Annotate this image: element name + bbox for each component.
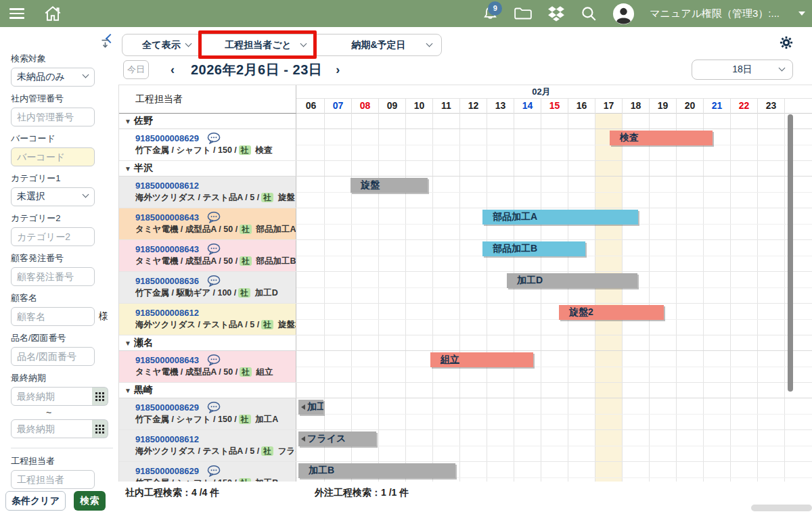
chevron-down-icon <box>83 191 89 198</box>
order-number-link[interactable]: 9185000008643 <box>135 212 199 223</box>
day-header: 12 <box>460 99 487 114</box>
search-icon[interactable] <box>580 5 597 22</box>
bar-label: 加工B <box>298 465 334 477</box>
folder-icon[interactable] <box>514 5 533 22</box>
final-due-date-from-input[interactable] <box>11 387 95 406</box>
schedule-row: 9185000008629竹下金属 / シャフト / 150 /社 加工A加工A <box>119 398 812 430</box>
search-button[interactable]: 検索 <box>74 491 106 511</box>
internal-badge: 社 <box>239 145 251 155</box>
comment-icon[interactable] <box>207 243 221 255</box>
gantt-bar[interactable]: 検査 <box>610 131 713 145</box>
order-number-link[interactable]: 9185000008636 <box>135 276 199 286</box>
process-name: 加工A <box>253 415 279 424</box>
process-name: 部品加工A <box>254 225 296 234</box>
gantt-bar[interactable]: 加工D <box>507 273 637 288</box>
process-owner-input[interactable] <box>11 470 95 489</box>
employee-group-cell[interactable]: ▼黒崎 <box>119 383 296 398</box>
horizontal-scrollbar[interactable] <box>751 505 812 511</box>
gantt-cell: 加工D <box>296 272 812 303</box>
menu-icon[interactable] <box>9 5 26 21</box>
gantt-bar[interactable]: 組立 <box>430 352 533 367</box>
customer-name-input[interactable] <box>11 307 95 326</box>
timescale-select[interactable]: 18日 <box>692 60 793 80</box>
order-number-link[interactable]: 9185000008612 <box>135 181 199 191</box>
calendar-icon[interactable] <box>92 387 108 406</box>
dropbox-icon[interactable] <box>547 5 565 22</box>
gantt-bar[interactable]: フライス <box>298 431 376 446</box>
vertical-scrollbar[interactable] <box>788 114 793 392</box>
order-detail: 竹下金属 / シャフト / 150 / <box>135 145 237 155</box>
item-drawing-number-input[interactable] <box>11 347 95 366</box>
day-header: 23 <box>758 99 785 114</box>
comment-icon[interactable] <box>207 275 221 287</box>
month-row: 02月 <box>296 85 812 99</box>
gantt-bar[interactable]: 加工B <box>298 463 455 478</box>
employee-group-row: ▼半沢 <box>119 161 812 177</box>
gantt-cell: 旋盤2 <box>296 304 812 335</box>
customer-order-number-input[interactable] <box>11 267 95 286</box>
order-row-line1: 9185000008612 <box>135 433 296 445</box>
today-button[interactable]: 今日 <box>123 60 149 79</box>
field-label: 顧客発注番号 <box>11 252 118 264</box>
order-number-link[interactable]: 9185000008629 <box>135 466 199 476</box>
gantt-bar[interactable]: 部品加工B <box>482 241 585 256</box>
gantt-bar[interactable]: 部品加工A <box>482 210 638 225</box>
comment-icon[interactable] <box>207 354 221 366</box>
home-icon[interactable] <box>43 5 62 22</box>
next-period-icon[interactable]: › <box>332 63 344 77</box>
search-target-select[interactable]: 未納品のみ <box>11 68 95 87</box>
order-number-link[interactable]: 9185000008643 <box>135 244 199 254</box>
barcode-input[interactable] <box>11 147 95 166</box>
gantt-bar[interactable]: 旋盤 <box>351 178 428 193</box>
chevron-down-icon <box>300 41 307 47</box>
prev-period-icon[interactable]: ‹ <box>166 63 179 77</box>
employee-group-cell[interactable]: ▼瀬名 <box>119 335 296 350</box>
category1-select[interactable]: 未選択 <box>11 187 95 206</box>
order-number-link[interactable]: 9185000008643 <box>135 355 199 365</box>
order-number-link[interactable]: 9185000008612 <box>135 434 199 444</box>
internal-badge: 社 <box>261 446 273 456</box>
internal-process-count: 社内工程検索：4 /4 件 <box>125 487 219 499</box>
download-icon[interactable] <box>100 39 110 51</box>
gantt-bar[interactable]: 旋盤2 <box>559 305 664 320</box>
clear-conditions-button[interactable]: 条件クリア <box>5 491 66 511</box>
comment-icon[interactable] <box>207 402 221 413</box>
caret-down-icon[interactable] <box>798 11 805 16</box>
notifications-bell-icon[interactable]: 9 <box>482 5 499 22</box>
user-role-label[interactable]: マニュアル権限（管理3）:... <box>650 7 780 20</box>
view-option-show-all[interactable]: 全て表示 <box>122 34 200 55</box>
process-name: 旋盤 <box>275 193 294 202</box>
collapse-triangle-icon: ▼ <box>125 340 131 347</box>
order-number-link[interactable]: 9185000008629 <box>135 402 199 413</box>
calendar-icon[interactable] <box>92 419 108 438</box>
gantt-cell <box>296 383 812 398</box>
day-header: 15 <box>541 99 568 114</box>
order-row-line2: 海外ツクリダス / テスト品A / 5 /社 フライス <box>135 446 296 457</box>
employee-group-cell[interactable]: ▼半沢 <box>119 161 296 176</box>
final-due-date-to-input[interactable] <box>11 419 95 438</box>
external-process-count: 外注工程検索：1 /1 件 <box>315 487 409 499</box>
gear-icon[interactable] <box>780 36 793 52</box>
gantt-cell: 加工A <box>296 398 812 429</box>
gantt-header: 工程担当者 02月 060708091011121314151617181920… <box>119 85 812 114</box>
field-label: カテゴリー2 <box>11 212 118 225</box>
employee-name: 黒崎 <box>134 384 153 396</box>
order-detail: タミヤ電機 / 成型品A / 50 / <box>135 256 238 266</box>
view-option-due-date[interactable]: 納期&予定日 <box>315 34 441 55</box>
avatar[interactable] <box>612 3 635 25</box>
order-number-link[interactable]: 9185000008612 <box>135 308 199 318</box>
internal-control-number-input[interactable] <box>11 108 95 126</box>
order-number-link[interactable]: 9185000008629 <box>135 133 199 143</box>
select-value: 未選択 <box>17 191 45 203</box>
category2-input[interactable] <box>11 227 95 246</box>
comment-icon[interactable] <box>207 465 221 477</box>
comment-icon[interactable] <box>207 133 221 144</box>
order-row-line1: 9185000008612 <box>135 179 296 191</box>
comment-icon[interactable] <box>207 212 221 223</box>
view-option-by-process-owner[interactable]: 工程担当者ごと <box>200 34 315 55</box>
day-header: 11 <box>433 99 460 114</box>
gantt-bar[interactable]: 加工A <box>298 400 323 415</box>
bar-label: 部品加工A <box>482 211 537 223</box>
month-label: 02月 <box>298 85 785 98</box>
employee-group-cell[interactable]: ▼佐野 <box>119 114 296 128</box>
